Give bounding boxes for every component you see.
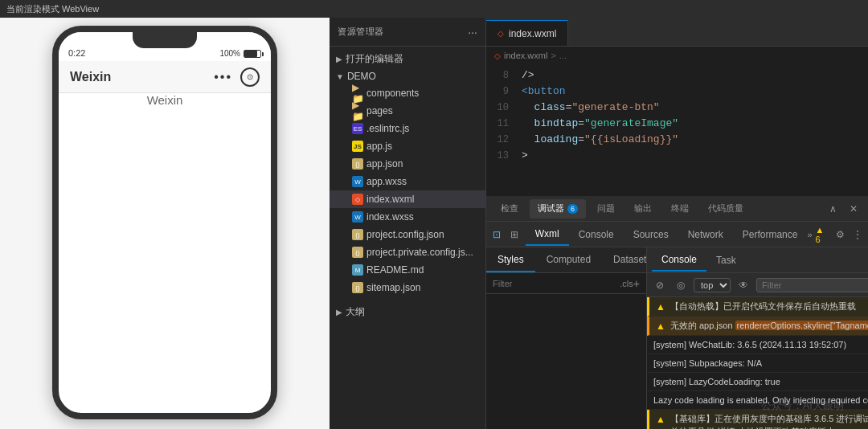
console-context-btn[interactable]: ◎ (673, 277, 689, 293)
console-tab-console-label: Console (661, 254, 697, 265)
json-icon-projectprivate: {} (352, 247, 363, 258)
styles-filter-input[interactable] (493, 279, 620, 288)
file-pages[interactable]: ▶ 📁 pages (330, 102, 485, 120)
file-sitemapjson[interactable]: {} sitemap.json (330, 279, 485, 296)
file-appjs[interactable]: JS app.js (330, 137, 485, 155)
panel-tab-console-label: Console (579, 229, 614, 240)
file-name-appjson: app.json (366, 158, 403, 170)
devtools-tab-issues-label: 问题 (597, 202, 615, 214)
file-name-indexwxml: index.wxml (366, 194, 414, 205)
devtools-collapse-btn[interactable]: ∧ (825, 201, 841, 217)
console-eye-btn[interactable]: 👁 (735, 277, 751, 293)
panel-tab-sources-label: Sources (633, 229, 669, 240)
tab-label-index-wxml: index.wxml (509, 28, 556, 39)
line-num-10: 10 (486, 100, 509, 116)
devtools-tabs-bar: 检查 调试器 6 问题 输出 终端 代码质量 (486, 196, 868, 222)
file-eslint[interactable]: ES .eslintrc.js (330, 120, 485, 137)
more-tabs-icon[interactable]: » (807, 230, 812, 239)
file-name-pages: pages (366, 105, 393, 116)
breadcrumb-more: ... (559, 51, 567, 60)
devtools-tab-output-label: 输出 (634, 202, 652, 214)
elements-tab-dataset-label: Dataset (613, 254, 646, 265)
elements-tab-computed-label: Computed (547, 254, 591, 265)
console-filter-input[interactable] (756, 278, 868, 292)
outline-section: ▶ 大纲 (330, 303, 485, 321)
phone-frame: 0:22 100% Weixin ••• ⊙ Weixin (52, 26, 277, 419)
settings-icon-btn[interactable]: ⚙ (833, 227, 847, 243)
file-name-readme: README.md (366, 264, 424, 276)
left-devtools: Styles Computed Dataset Component Data (486, 247, 647, 429)
log-text-baselib: 【基础库】正在使用灰度中的基础库 3.6.5 进行调试，如有问题，请前往工具栏-… (670, 412, 868, 429)
json-icon-projectconfig: {} (352, 229, 363, 240)
devtools-tab-code-quality[interactable]: 代码质量 (700, 199, 751, 219)
breadcrumb: ◇ index.wxml > ... (486, 47, 868, 64)
demo-section: ▼ DEMO ▶ 📁 components ▶ 📁 pages ES .esli… (330, 68, 485, 296)
file-indexwxss[interactable]: W index.wxss (330, 208, 485, 226)
file-indexwxml[interactable]: ◇ index.wxml (330, 190, 485, 208)
tab-index-wxml[interactable]: ◇ index.wxml (486, 20, 568, 46)
console-ban-btn[interactable]: ⊘ (652, 277, 668, 293)
outline-header[interactable]: ▶ 大纲 (330, 303, 485, 321)
phone-battery-pct: 100% (219, 49, 240, 58)
panel-tab-wxml-label: Wxml (535, 228, 559, 239)
code-line-10: class="generate-btn" (522, 100, 862, 116)
editor-tabs: ◇ index.wxml (486, 18, 868, 47)
phone-panel: 0:22 100% Weixin ••• ⊙ Weixin (0, 18, 330, 429)
devtools-tab-output[interactable]: 输出 (626, 199, 660, 219)
phone-more-icon[interactable]: ••• (214, 70, 232, 84)
panel-tab-network[interactable]: Network (678, 223, 733, 246)
elements-tab-computed[interactable]: Computed (535, 247, 602, 272)
console-tab-console[interactable]: Console (652, 249, 706, 272)
log-line-subpackages: [system] Subpackages: N/A (647, 354, 868, 373)
inspect-icon-btn[interactable]: ⊡ (489, 227, 504, 243)
console-context-select[interactable]: top (694, 278, 731, 292)
console-toolbar: ⊘ ◎ top 👁 Default levels ▾ (647, 273, 868, 297)
warn-icon-baselib: ▲ (656, 413, 665, 426)
devtools-tab-terminal-label: 终端 (671, 202, 689, 214)
devtools-tab-code-quality-label: 代码质量 (708, 202, 743, 214)
phone-notch (133, 32, 197, 48)
file-appjson[interactable]: {} app.json (330, 155, 485, 173)
file-name-appjs: app.js (366, 141, 392, 152)
open-editors-header[interactable]: ▶ 打开的编辑器 (330, 50, 485, 68)
log-text-lazy-info: Lazy code loading is enabled. Only injec… (653, 394, 868, 407)
code-content[interactable]: /> <button class="generate-btn" bindtap=… (515, 64, 868, 196)
console-log-area: ▲ 【自动热载】已开启代码文件保存后自动热重载 ▲ 无效的 app.json r… (647, 297, 868, 429)
more-options-btn[interactable]: ⋮ (850, 227, 865, 243)
panel-tab-console[interactable]: Console (569, 223, 624, 246)
file-projectconfigjson[interactable]: {} project.config.json (330, 226, 485, 243)
file-panel-header: 资源管理器 ··· (330, 18, 485, 47)
line-numbers: 8 9 10 11 12 13 (486, 64, 515, 196)
responsive-icon-btn[interactable]: ⊞ (507, 227, 522, 243)
panel-two-col: Styles Computed Dataset Component Data (486, 247, 868, 429)
log-line-lazy-info: Lazy code loading is enabled. Only injec… (647, 391, 868, 410)
devtools-close-btn[interactable]: ✕ (845, 201, 862, 217)
file-appwxss[interactable]: W app.wxss (330, 173, 485, 190)
file-panel-menu-icon[interactable]: ··· (468, 26, 477, 39)
elements-tab-styles[interactable]: Styles (486, 247, 535, 272)
panel-tab-sources[interactable]: Sources (624, 223, 678, 246)
console-tab-task[interactable]: Task (706, 249, 746, 272)
phone-dot-icon[interactable]: ⊙ (240, 67, 260, 87)
file-name-indexwxss: index.wxss (366, 211, 414, 223)
panel-tab-performance[interactable]: Performance (733, 223, 808, 246)
styles-cls-btn[interactable]: .cls (620, 279, 633, 288)
breadcrumb-icon: ◇ (494, 51, 501, 60)
main-layout: 0:22 100% Weixin ••• ⊙ Weixin (0, 18, 868, 429)
log-line-invalid: ▲ 无效的 app.json rendererOptions.skyline["… (647, 317, 868, 336)
devtools-tab-inspect[interactable]: 检查 (493, 199, 526, 219)
json-icon-sitemap: {} (352, 282, 363, 293)
file-name-components: components (366, 88, 419, 99)
outline-label: 大纲 (346, 305, 365, 319)
file-readmemd[interactable]: M README.md (330, 261, 485, 279)
panel-tab-wxml[interactable]: Wxml (526, 223, 569, 246)
styles-plus-btn[interactable]: + (633, 277, 640, 290)
devtools-tab-debugger[interactable]: 调试器 6 (530, 199, 586, 219)
devtools-tab-issues[interactable]: 问题 (589, 199, 623, 219)
log-highlight-text: rendererOptions.skyline["TagnameStyleIso… (735, 321, 868, 330)
wxss-icon-appwxss: W (352, 176, 363, 187)
js-icon-appjs: JS (352, 141, 363, 152)
devtools-tab-terminal[interactable]: 终端 (663, 199, 697, 219)
file-projectprivateconfigjs[interactable]: {} project.private.config.js... (330, 243, 485, 261)
phone-title: Weixin (70, 70, 111, 84)
